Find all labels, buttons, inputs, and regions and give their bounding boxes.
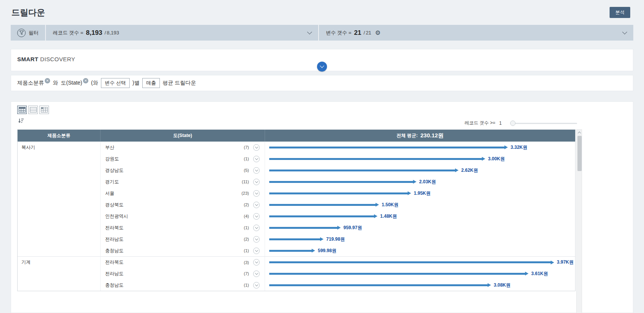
table-header-row: 제품소분류 도(State) 전체 평균: 230.12원 [18, 130, 575, 142]
state-cell: 충청남도 (1) [101, 279, 265, 291]
smart-discovery-panel: SMART DISCOVERY [11, 49, 633, 71]
value-bar [269, 204, 376, 206]
sentence-close-paren: )별 [132, 80, 140, 86]
variable-select-button[interactable]: 변수 선택 [101, 78, 130, 88]
view-rows-button[interactable] [28, 106, 38, 114]
row-expand-chevron-icon[interactable] [253, 213, 260, 220]
bar-cell: 3.97K원 [265, 257, 575, 268]
row-expand-chevron-icon[interactable] [253, 236, 260, 243]
variable-count-current: 21 [354, 29, 361, 37]
category-cell [18, 165, 101, 176]
category-cell: 기계 [18, 257, 101, 268]
field-label: 도(State) [61, 80, 82, 86]
filter-funnel-icon [17, 29, 26, 37]
value-bar [269, 284, 488, 286]
state-cell: 충청남도 (1) [101, 245, 265, 256]
table-row: 서울 (23) 1.95K원 [18, 187, 575, 199]
scrollbar-thumb[interactable] [577, 136, 582, 171]
sort-icon[interactable] [18, 118, 24, 125]
state-cell: 경상북도 (2) [101, 199, 265, 210]
record-count-badge: (3) [244, 260, 249, 265]
filter-label: 필터 [29, 29, 39, 36]
filter-toggle[interactable]: 필터 [11, 25, 45, 41]
category-cell [18, 153, 101, 165]
sentence-open-paren: (와 [91, 80, 98, 86]
state-label: 전라남도 [105, 271, 124, 277]
record-count-badge: (2) [244, 202, 249, 207]
bar-cell: 3.32K원 [265, 142, 575, 153]
variable-count-dropdown[interactable]: 변수 갯수 = 21 / 21 ⚙ [319, 25, 633, 41]
record-count-separator: / [104, 30, 106, 36]
state-label: 전라북도 [105, 225, 124, 231]
vertical-scrollbar[interactable] [576, 129, 582, 313]
value-bar [269, 227, 337, 229]
state-cell: 전라북도 (3) [101, 257, 265, 268]
chevron-down-icon[interactable] [622, 29, 627, 34]
record-count-badge: (1) [244, 156, 249, 161]
record-count-total: 8,193 [107, 30, 119, 36]
category-cell: 복사기 [18, 142, 101, 153]
row-expand-chevron-icon[interactable] [253, 190, 260, 197]
row-expand-chevron-icon[interactable] [253, 179, 260, 185]
value-bar [269, 192, 408, 194]
variable-count-separator: / [364, 30, 365, 36]
bar-cell: 3.00K원 [265, 153, 575, 165]
row-expand-chevron-icon[interactable] [253, 202, 260, 208]
scroll-up-button[interactable] [577, 130, 582, 135]
row-expand-chevron-icon[interactable] [253, 248, 260, 254]
state-label: 강원도 [105, 156, 119, 162]
record-threshold-slider[interactable] [510, 121, 577, 126]
row-expand-chevron-icon[interactable] [253, 225, 260, 231]
slider-handle[interactable] [510, 121, 516, 126]
record-count-badge: (5) [244, 168, 249, 173]
collapse-panel-button[interactable] [317, 62, 327, 72]
value-label: 959.97원 [343, 225, 362, 231]
field-chip-state: 도(State) ✕ [61, 80, 88, 86]
record-count-label: 레코드 갯수 = [53, 29, 83, 36]
value-bar [269, 250, 312, 252]
row-expand-chevron-icon[interactable] [253, 144, 260, 151]
analyze-button[interactable]: 분석 [610, 7, 630, 18]
state-cell: 경기도 (11) [101, 176, 265, 187]
table-row: 경상북도 (2) 1.50K원 [18, 199, 575, 210]
value-label: 3.08K원 [494, 282, 511, 289]
record-threshold-label: 레코드 갯수 >= [465, 120, 496, 126]
bar-cell: 1.48K원 [265, 210, 575, 222]
bar-cell: 2.62K원 [265, 165, 575, 176]
view-pivot-button[interactable] [39, 106, 49, 114]
chevron-down-icon[interactable] [307, 29, 312, 34]
drilldown-table: 제품소분류 도(State) 전체 평균: 230.12원 복사기 부산 (7)… [17, 129, 576, 291]
value-bar [269, 147, 504, 148]
table-row: 강원도 (1) 3.00K원 [18, 153, 575, 165]
view-toggle-group [17, 106, 49, 114]
value-bar [269, 158, 482, 160]
sentence-tail: 평균 드릴다운 [163, 80, 196, 86]
table-row: 경기도 (11) 2.03K원 [18, 176, 575, 187]
measure-button[interactable]: 매출 [142, 78, 160, 88]
category-cell [18, 268, 101, 279]
row-expand-chevron-icon[interactable] [253, 259, 260, 266]
value-label: 3.00K원 [488, 156, 505, 162]
slider-track[interactable] [510, 123, 577, 124]
bar-cell: 719.98원 [265, 233, 575, 245]
record-count-current: 8,193 [86, 29, 102, 37]
value-label: 1.48K원 [380, 213, 397, 220]
field-chip-product-subcategory: 제품소분류 ✕ [17, 80, 50, 86]
row-expand-chevron-icon[interactable] [253, 156, 260, 162]
bar-cell: 959.97원 [265, 222, 575, 233]
category-cell [18, 245, 101, 256]
value-bar [269, 215, 374, 217]
remove-field-icon[interactable]: ✕ [83, 78, 88, 83]
category-cell [18, 210, 101, 222]
row-expand-chevron-icon[interactable] [253, 271, 260, 277]
record-count-dropdown[interactable]: 레코드 갯수 = 8,193 / 8,193 [46, 25, 318, 41]
drilldown-sentence: 제품소분류 ✕ 와 도(State) ✕ (와 변수 선택 )별 매출 평균 드… [11, 75, 633, 91]
state-label: 인천광역시 [105, 213, 128, 220]
category-cell [18, 176, 101, 187]
gear-icon[interactable]: ⚙ [375, 30, 381, 36]
row-expand-chevron-icon[interactable] [253, 282, 260, 289]
view-table-button[interactable] [17, 106, 27, 114]
remove-field-icon[interactable]: ✕ [45, 78, 50, 83]
row-expand-chevron-icon[interactable] [253, 167, 260, 174]
state-label: 경상남도 [105, 167, 124, 174]
